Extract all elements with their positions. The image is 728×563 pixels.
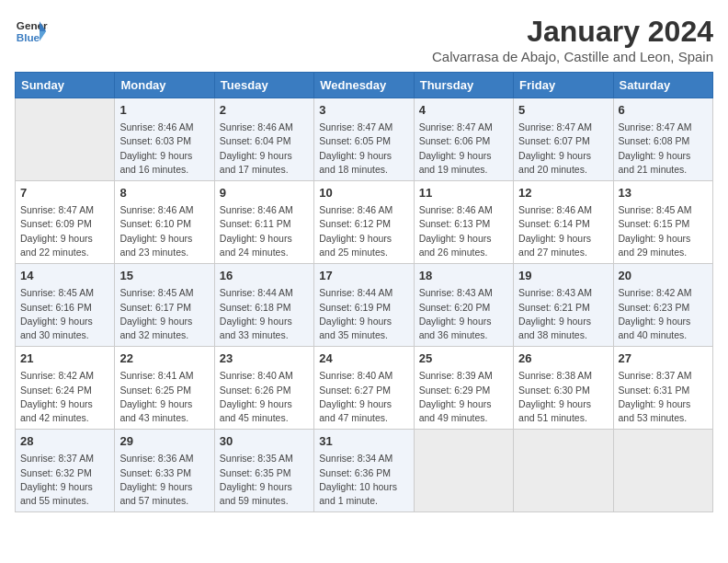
header-row: SundayMondayTuesdayWednesdayThursdayFrid… [16, 73, 713, 98]
day-info: Sunrise: 8:46 AMSunset: 6:12 PMDaylight:… [319, 203, 408, 259]
header: General Blue January 2024 Calvarrasa de … [15, 15, 713, 64]
day-info: Sunrise: 8:35 AMSunset: 6:35 PMDaylight:… [220, 452, 309, 508]
day-info: Sunrise: 8:47 AMSunset: 6:05 PMDaylight:… [319, 121, 408, 177]
day-number: 17 [319, 268, 408, 284]
calendar-table: SundayMondayTuesdayWednesdayThursdayFrid… [15, 72, 713, 512]
day-number: 21 [20, 350, 109, 367]
day-cell: 9Sunrise: 8:46 AMSunset: 6:11 PMDaylight… [214, 181, 313, 264]
week-row-2: 7Sunrise: 8:47 AMSunset: 6:09 PMDaylight… [16, 181, 713, 264]
day-cell: 19Sunrise: 8:43 AMSunset: 6:21 PMDayligh… [514, 264, 613, 347]
day-info: Sunrise: 8:40 AMSunset: 6:26 PMDaylight:… [220, 369, 309, 425]
day-info: Sunrise: 8:37 AMSunset: 6:32 PMDaylight:… [20, 452, 109, 508]
day-cell [613, 430, 712, 512]
day-info: Sunrise: 8:47 AMSunset: 6:07 PMDaylight:… [518, 121, 608, 177]
day-number: 28 [20, 433, 109, 450]
day-number: 14 [20, 268, 109, 284]
day-cell: 17Sunrise: 8:44 AMSunset: 6:19 PMDayligh… [314, 264, 414, 347]
day-info: Sunrise: 8:42 AMSunset: 6:23 PMDaylight:… [619, 286, 708, 342]
day-cell: 7Sunrise: 8:47 AMSunset: 6:09 PMDaylight… [16, 181, 115, 264]
day-cell: 27Sunrise: 8:37 AMSunset: 6:31 PMDayligh… [613, 347, 712, 430]
day-number: 2 [220, 102, 309, 119]
day-cell: 6Sunrise: 8:47 AMSunset: 6:08 PMDaylight… [613, 98, 712, 181]
day-number: 31 [319, 433, 408, 450]
day-cell: 8Sunrise: 8:46 AMSunset: 6:10 PMDaylight… [115, 181, 214, 264]
day-number: 23 [220, 350, 309, 367]
day-cell: 23Sunrise: 8:40 AMSunset: 6:26 PMDayligh… [214, 347, 313, 430]
day-number: 20 [619, 268, 708, 284]
day-number: 27 [619, 350, 708, 367]
day-number: 7 [20, 185, 109, 201]
day-number: 29 [119, 433, 209, 450]
day-number: 8 [119, 185, 209, 201]
day-number: 13 [619, 185, 708, 201]
weekday-header-friday: Friday [514, 73, 613, 98]
day-cell: 25Sunrise: 8:39 AMSunset: 6:29 PMDayligh… [414, 347, 513, 430]
day-cell: 20Sunrise: 8:42 AMSunset: 6:23 PMDayligh… [613, 264, 712, 347]
day-cell: 30Sunrise: 8:35 AMSunset: 6:35 PMDayligh… [214, 430, 313, 512]
day-info: Sunrise: 8:34 AMSunset: 6:36 PMDaylight:… [319, 452, 408, 508]
day-cell: 26Sunrise: 8:38 AMSunset: 6:30 PMDayligh… [514, 347, 613, 430]
day-info: Sunrise: 8:46 AMSunset: 6:10 PMDaylight:… [119, 203, 209, 259]
day-number: 5 [518, 102, 608, 119]
day-info: Sunrise: 8:47 AMSunset: 6:08 PMDaylight:… [619, 121, 708, 177]
day-number: 30 [220, 433, 309, 450]
day-info: Sunrise: 8:46 AMSunset: 6:11 PMDaylight:… [220, 203, 309, 259]
day-cell: 1Sunrise: 8:46 AMSunset: 6:03 PMDaylight… [115, 98, 214, 181]
day-info: Sunrise: 8:45 AMSunset: 6:16 PMDaylight:… [20, 286, 109, 342]
weekday-header-tuesday: Tuesday [214, 73, 313, 98]
day-cell: 5Sunrise: 8:47 AMSunset: 6:07 PMDaylight… [514, 98, 613, 181]
day-info: Sunrise: 8:43 AMSunset: 6:20 PMDaylight:… [419, 286, 508, 342]
logo-icon: General Blue [15, 15, 48, 48]
day-cell [414, 430, 513, 512]
day-info: Sunrise: 8:39 AMSunset: 6:29 PMDaylight:… [419, 369, 508, 425]
weekday-header-monday: Monday [115, 73, 214, 98]
day-info: Sunrise: 8:36 AMSunset: 6:33 PMDaylight:… [119, 452, 209, 508]
day-info: Sunrise: 8:38 AMSunset: 6:30 PMDaylight:… [518, 369, 608, 425]
day-number: 11 [419, 185, 508, 201]
weekday-header-thursday: Thursday [414, 73, 513, 98]
day-cell: 2Sunrise: 8:46 AMSunset: 6:04 PMDaylight… [214, 98, 313, 181]
title-area: January 2024 Calvarrasa de Abajo, Castil… [432, 15, 713, 64]
svg-text:Blue: Blue [17, 31, 40, 43]
day-info: Sunrise: 8:45 AMSunset: 6:17 PMDaylight:… [119, 286, 209, 342]
svg-marker-3 [40, 31, 46, 41]
day-info: Sunrise: 8:37 AMSunset: 6:31 PMDaylight:… [619, 369, 708, 425]
day-info: Sunrise: 8:47 AMSunset: 6:06 PMDaylight:… [419, 121, 508, 177]
day-number: 4 [419, 102, 508, 119]
week-row-1: 1Sunrise: 8:46 AMSunset: 6:03 PMDaylight… [16, 98, 713, 181]
calendar-subtitle: Calvarrasa de Abajo, Castille and Leon, … [432, 49, 713, 64]
day-cell: 28Sunrise: 8:37 AMSunset: 6:32 PMDayligh… [16, 430, 115, 512]
day-number: 12 [518, 185, 608, 201]
week-row-4: 21Sunrise: 8:42 AMSunset: 6:24 PMDayligh… [16, 347, 713, 430]
day-number: 25 [419, 350, 508, 367]
day-number: 9 [220, 185, 309, 201]
day-cell: 4Sunrise: 8:47 AMSunset: 6:06 PMDaylight… [414, 98, 513, 181]
week-row-5: 28Sunrise: 8:37 AMSunset: 6:32 PMDayligh… [16, 430, 713, 512]
day-number: 24 [319, 350, 408, 367]
day-info: Sunrise: 8:46 AMSunset: 6:04 PMDaylight:… [220, 121, 309, 177]
day-cell: 29Sunrise: 8:36 AMSunset: 6:33 PMDayligh… [115, 430, 214, 512]
day-cell [514, 430, 613, 512]
day-cell: 24Sunrise: 8:40 AMSunset: 6:27 PMDayligh… [314, 347, 414, 430]
day-info: Sunrise: 8:43 AMSunset: 6:21 PMDaylight:… [518, 286, 608, 342]
day-info: Sunrise: 8:40 AMSunset: 6:27 PMDaylight:… [319, 369, 408, 425]
day-info: Sunrise: 8:44 AMSunset: 6:19 PMDaylight:… [319, 286, 408, 342]
day-info: Sunrise: 8:46 AMSunset: 6:13 PMDaylight:… [419, 203, 508, 259]
day-info: Sunrise: 8:41 AMSunset: 6:25 PMDaylight:… [119, 369, 209, 425]
logo: General Blue [15, 15, 48, 48]
day-cell: 15Sunrise: 8:45 AMSunset: 6:17 PMDayligh… [115, 264, 214, 347]
day-cell: 16Sunrise: 8:44 AMSunset: 6:18 PMDayligh… [214, 264, 313, 347]
week-row-3: 14Sunrise: 8:45 AMSunset: 6:16 PMDayligh… [16, 264, 713, 347]
day-cell: 11Sunrise: 8:46 AMSunset: 6:13 PMDayligh… [414, 181, 513, 264]
day-number: 6 [619, 102, 708, 119]
weekday-header-sunday: Sunday [16, 73, 115, 98]
day-number: 26 [518, 350, 608, 367]
day-cell: 22Sunrise: 8:41 AMSunset: 6:25 PMDayligh… [115, 347, 214, 430]
day-cell: 13Sunrise: 8:45 AMSunset: 6:15 PMDayligh… [613, 181, 712, 264]
day-cell: 18Sunrise: 8:43 AMSunset: 6:20 PMDayligh… [414, 264, 513, 347]
day-number: 22 [119, 350, 209, 367]
day-number: 18 [419, 268, 508, 284]
weekday-header-saturday: Saturday [613, 73, 712, 98]
day-number: 15 [119, 268, 209, 284]
day-cell: 31Sunrise: 8:34 AMSunset: 6:36 PMDayligh… [314, 430, 414, 512]
